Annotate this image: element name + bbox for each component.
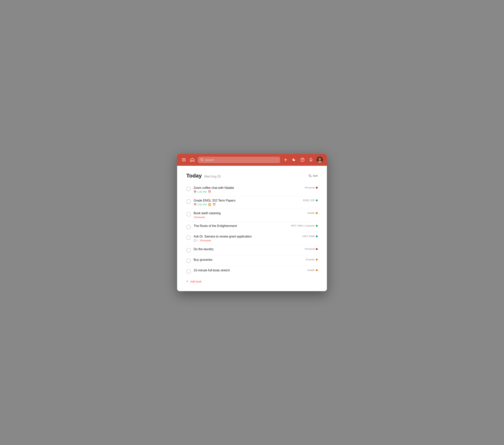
task-body: Do the laundry bbox=[194, 248, 305, 252]
task-body: 15-minute full-body stretch bbox=[194, 269, 307, 273]
task-checkbox[interactable] bbox=[186, 258, 191, 263]
add-task-button[interactable]: + Add task bbox=[186, 276, 318, 283]
calendar-icon: 📅 bbox=[194, 191, 197, 193]
tag-dot bbox=[316, 187, 318, 189]
task-body: The Roots of the Enlightenment bbox=[194, 224, 291, 229]
svg-rect-2 bbox=[182, 161, 186, 161]
task-title: Zoom coffee chat with Natalie bbox=[194, 186, 305, 190]
task-title: Buy groceries bbox=[194, 258, 306, 262]
task-item: The Roots of the EnlightenmentHIST 340A … bbox=[186, 222, 318, 232]
svg-line-4 bbox=[202, 160, 203, 161]
comment-icon: 1 bbox=[194, 239, 198, 242]
header bbox=[177, 154, 327, 166]
header-left bbox=[181, 157, 195, 163]
tag-dot bbox=[316, 269, 318, 271]
task-item: Grade ENGL 332 Term Papers📅 2:00 PM🔁⏰ENG… bbox=[186, 196, 318, 209]
tag-dot bbox=[316, 248, 318, 250]
task-duration: 15minutes bbox=[199, 239, 211, 242]
task-tag-label: HIST 340A / Lectures bbox=[291, 224, 315, 227]
task-meta: 📅 1:00 PM⏰ bbox=[194, 190, 305, 193]
sort-button[interactable]: Sort bbox=[308, 174, 318, 177]
task-time: 📅 2:00 PM bbox=[194, 203, 206, 206]
app-window: Today Wed Aug 25 Sort Zoom coffee chat w… bbox=[177, 154, 327, 291]
help-icon[interactable] bbox=[300, 157, 306, 163]
repeat-icon: 🔁 bbox=[208, 203, 211, 206]
svg-point-10 bbox=[319, 158, 321, 160]
tag-dot bbox=[316, 225, 318, 227]
alarm-icon: ⏰ bbox=[208, 190, 211, 193]
task-tag-label: Health bbox=[307, 212, 315, 214]
svg-point-8 bbox=[302, 160, 303, 161]
task-checkbox[interactable] bbox=[186, 212, 191, 216]
task-meta: 115minutes bbox=[194, 239, 303, 242]
task-checkbox[interactable] bbox=[186, 199, 191, 204]
page-header: Today Wed Aug 25 Sort bbox=[186, 173, 318, 179]
task-checkbox[interactable] bbox=[186, 269, 191, 274]
menu-icon[interactable] bbox=[181, 157, 187, 163]
task-list: Zoom coffee chat with Natalie📅 1:00 PM⏰P… bbox=[186, 183, 318, 276]
add-task-label: Add task bbox=[190, 280, 201, 283]
task-item: Zoom coffee chat with Natalie📅 1:00 PM⏰P… bbox=[186, 183, 318, 196]
task-tag-label: ENGL 332 bbox=[303, 199, 315, 202]
tag-dot bbox=[316, 212, 318, 214]
task-time: 📅 1:00 PM bbox=[194, 190, 206, 193]
home-icon[interactable] bbox=[189, 157, 195, 163]
task-item: Ask Dr. Samara to review grant applicati… bbox=[186, 232, 318, 245]
task-title: 15-minute full-body stretch bbox=[194, 269, 307, 272]
task-title: Do the laundry bbox=[194, 248, 305, 251]
task-duration: 15minutes bbox=[194, 216, 205, 219]
header-right bbox=[283, 156, 323, 163]
plus-icon: + bbox=[186, 279, 188, 283]
task-checkbox[interactable] bbox=[186, 235, 191, 240]
search-bar[interactable] bbox=[198, 157, 280, 163]
add-icon[interactable] bbox=[283, 157, 288, 163]
task-title: Grade ENGL 332 Term Papers bbox=[194, 199, 303, 202]
task-body: Ask Dr. Samara to review grant applicati… bbox=[194, 235, 303, 242]
avatar[interactable] bbox=[317, 156, 323, 163]
task-tag: Health bbox=[307, 269, 318, 271]
task-title: Ask Dr. Samara to review grant applicati… bbox=[194, 235, 303, 238]
task-tag: Personal bbox=[305, 186, 318, 189]
page-date: Wed Aug 25 bbox=[204, 175, 221, 178]
task-tag: Personal bbox=[305, 248, 318, 250]
tag-dot bbox=[316, 199, 318, 201]
task-checkbox[interactable] bbox=[186, 187, 191, 191]
task-meta: 15minutes bbox=[194, 216, 307, 219]
alarm-icon: ⏰ bbox=[213, 203, 216, 206]
task-checkbox[interactable] bbox=[186, 225, 191, 229]
svg-point-3 bbox=[201, 158, 203, 160]
task-tag: HIST 340A / Lectures bbox=[291, 224, 318, 227]
task-tag: Errands bbox=[306, 258, 318, 261]
svg-rect-0 bbox=[182, 158, 186, 159]
task-title: The Roots of the Enlightenment bbox=[194, 224, 291, 228]
svg-rect-1 bbox=[182, 160, 186, 160]
task-title: Book teeth cleaning bbox=[194, 212, 307, 215]
task-tag: HIST 340B bbox=[303, 235, 318, 238]
tag-dot bbox=[316, 235, 318, 237]
task-item: Buy groceriesErrands bbox=[186, 255, 318, 266]
sort-label: Sort bbox=[313, 174, 318, 177]
tag-dot bbox=[316, 259, 318, 261]
task-tag: Health bbox=[307, 212, 318, 214]
task-meta: 📅 2:00 PM🔁⏰ bbox=[194, 203, 303, 206]
page-title-group: Today Wed Aug 25 bbox=[186, 173, 221, 179]
search-input[interactable] bbox=[205, 158, 277, 162]
content: Today Wed Aug 25 Sort Zoom coffee chat w… bbox=[177, 166, 327, 291]
task-item: Do the laundryPersonal bbox=[186, 245, 318, 255]
bell-icon[interactable] bbox=[308, 157, 314, 163]
task-tag-label: Personal bbox=[305, 186, 315, 189]
task-tag-label: Errands bbox=[306, 258, 315, 261]
task-tag-label: Personal bbox=[305, 248, 315, 250]
task-tag-label: HIST 340B bbox=[303, 235, 315, 238]
task-item: Book teeth cleaning15minutesHealth bbox=[186, 209, 318, 222]
task-body: Zoom coffee chat with Natalie📅 1:00 PM⏰ bbox=[194, 186, 305, 193]
task-body: Buy groceries bbox=[194, 258, 306, 262]
task-item: 15-minute full-body stretchHealth bbox=[186, 266, 318, 276]
task-body: Book teeth cleaning15minutes bbox=[194, 212, 307, 219]
task-tag: ENGL 332 bbox=[303, 199, 318, 202]
task-body: Grade ENGL 332 Term Papers📅 2:00 PM🔁⏰ bbox=[194, 199, 303, 206]
page-title: Today bbox=[186, 173, 202, 179]
task-checkbox[interactable] bbox=[186, 248, 191, 252]
calendar-icon: 📅 bbox=[194, 203, 197, 206]
halfmoon-icon[interactable] bbox=[291, 157, 297, 163]
